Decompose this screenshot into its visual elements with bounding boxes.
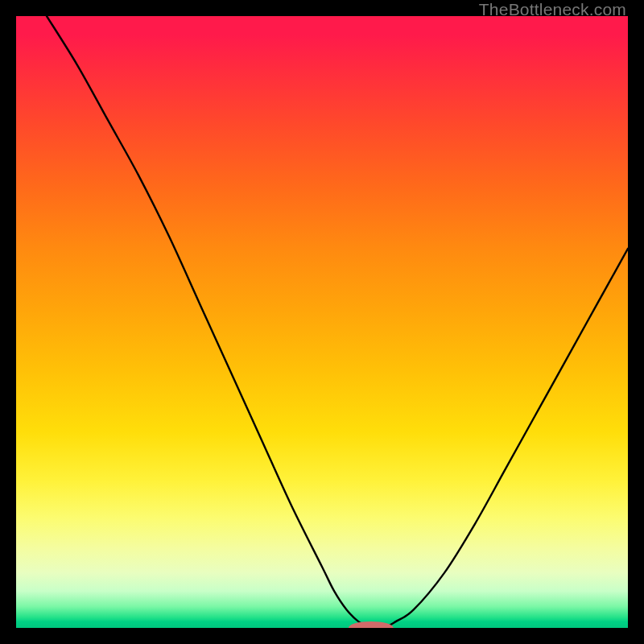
bottleneck-curve xyxy=(47,16,628,628)
chart-frame: TheBottleneck.com xyxy=(0,0,644,644)
curve-layer xyxy=(16,16,628,628)
plot-area xyxy=(16,16,628,628)
bottleneck-dot xyxy=(349,621,394,628)
